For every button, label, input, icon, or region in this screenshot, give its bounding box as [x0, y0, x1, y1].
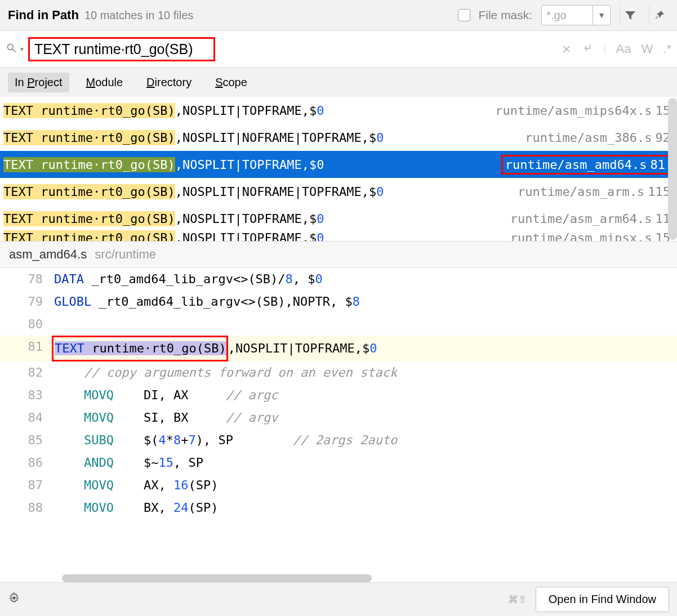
- dialog-header: Find in Path 10 matches in 10 files File…: [0, 0, 677, 30]
- result-row[interactable]: TEXT runtime·rt0_go(SB),NOSPLIT|TOPFRAME…: [0, 97, 677, 124]
- result-row[interactable]: TEXT runtime·rt0_go(SB),NOSPLIT|NOFRAME|…: [0, 124, 677, 151]
- code-line: 79GLOBL _rt0_amd64_lib_argv<>(SB),NOPTR,…: [0, 291, 677, 313]
- whole-words-toggle[interactable]: W: [642, 42, 653, 56]
- filemask-checkbox[interactable]: [458, 9, 470, 21]
- search-icon: [6, 42, 17, 56]
- regex-toggle[interactable]: .*: [663, 42, 671, 56]
- pin-icon[interactable]: [649, 5, 669, 25]
- match-count: 10 matches in 10 files: [84, 9, 193, 22]
- svg-line-1: [13, 49, 16, 52]
- line-number: 88: [0, 497, 54, 519]
- code-line: 81TEXT runtime·rt0_go(SB),NOSPLIT|TOPFRA…: [0, 336, 677, 361]
- clear-icon[interactable]: ×: [562, 41, 571, 58]
- scope-tab-directory[interactable]: Directory: [140, 73, 198, 92]
- code-line: 80: [0, 313, 677, 336]
- matched-text-highlight: TEXT runtime·rt0_go(SB): [52, 336, 228, 361]
- line-number: 86: [0, 452, 54, 474]
- search-input[interactable]: [34, 41, 209, 57]
- results-list: TEXT runtime·rt0_go(SB),NOSPLIT|TOPFRAME…: [0, 97, 677, 241]
- line-number: 84: [0, 407, 54, 429]
- line-number: 78: [0, 268, 54, 291]
- search-row: ▼ × | Aa W .*: [0, 30, 677, 68]
- filemask-label: File mask:: [478, 8, 532, 22]
- dialog-footer: ⌘⇧ Open in Find Window: [0, 582, 677, 616]
- code-line: 87 MOVQ AX, 16(SP): [0, 474, 677, 497]
- result-row[interactable]: TEXT runtime·rt0_go(SB),NOSPLIT|TOPFRAME…: [0, 232, 677, 241]
- search-history-chevron[interactable]: ▼: [19, 46, 25, 52]
- preview-filename: asm_amd64.s: [9, 247, 87, 261]
- chevron-down-icon[interactable]: ▼: [593, 6, 610, 25]
- result-row[interactable]: TEXT runtime·rt0_go(SB),NOSPLIT|NOFRAME|…: [0, 178, 677, 205]
- filemask-input[interactable]: [542, 7, 593, 24]
- scope-tabs: In ProjectModuleDirectoryScope: [0, 68, 677, 97]
- scope-tab-module[interactable]: Module: [79, 73, 130, 92]
- code-line: 78DATA _rt0_amd64_lib_argv<>(SB)/8, $0: [0, 268, 677, 291]
- code-preview[interactable]: 78DATA _rt0_amd64_lib_argv<>(SB)/8, $079…: [0, 268, 677, 582]
- scope-tab-in-project[interactable]: In Project: [8, 73, 69, 92]
- code-line: 82 // copy arguments forward on an even …: [0, 361, 677, 384]
- code-line: 88 MOVO BX, 24(SP): [0, 497, 677, 519]
- search-options: × | Aa W .*: [562, 41, 671, 58]
- code-line: 84 MOVQ SI, BX // argv: [0, 407, 677, 429]
- filemask-combo[interactable]: ▼: [541, 5, 611, 25]
- newline-icon[interactable]: [581, 41, 593, 57]
- preview-path: src/runtime: [95, 247, 156, 261]
- line-number: 81: [0, 336, 54, 361]
- open-in-find-window-button[interactable]: Open in Find Window: [536, 587, 669, 612]
- result-row[interactable]: TEXT runtime·rt0_go(SB),NOSPLIT|TOPFRAME…: [0, 151, 677, 178]
- footer-right: ⌘⇧ Open in Find Window: [508, 587, 669, 612]
- dialog-title: Find in Path: [8, 8, 79, 23]
- horizontal-scrollbar[interactable]: [62, 574, 372, 582]
- line-number: 80: [0, 313, 54, 336]
- gear-icon[interactable]: [8, 592, 20, 608]
- selected-result-highlight: runtime/asm_amd64.s81: [501, 155, 670, 175]
- preview-pane: asm_amd64.s src/runtime 78DATA _rt0_amd6…: [0, 241, 677, 582]
- code-line: 83 MOVQ DI, AX // argc: [0, 384, 677, 407]
- code-line: 85 SUBQ $(4*8+7), SP // 2args 2auto: [0, 429, 677, 452]
- line-number: 85: [0, 429, 54, 452]
- filter-icon[interactable]: [620, 5, 640, 25]
- header-controls: File mask: ▼: [458, 5, 669, 25]
- line-number: 82: [0, 361, 54, 384]
- results-scrollbar[interactable]: [668, 98, 677, 240]
- match-case-toggle[interactable]: Aa: [616, 42, 631, 56]
- result-row[interactable]: TEXT runtime·rt0_go(SB),NOSPLIT|TOPFRAME…: [0, 205, 677, 232]
- scope-tab-scope[interactable]: Scope: [208, 73, 254, 92]
- preview-header: asm_amd64.s src/runtime: [0, 242, 677, 268]
- code-line: 86 ANDQ $~15, SP: [0, 452, 677, 474]
- line-number: 83: [0, 384, 54, 407]
- line-number: 79: [0, 291, 54, 313]
- shortcut-hint: ⌘⇧: [508, 593, 527, 606]
- svg-point-0: [7, 44, 13, 50]
- line-number: 87: [0, 474, 54, 497]
- search-input-highlight: [28, 37, 215, 61]
- svg-point-2: [12, 596, 16, 600]
